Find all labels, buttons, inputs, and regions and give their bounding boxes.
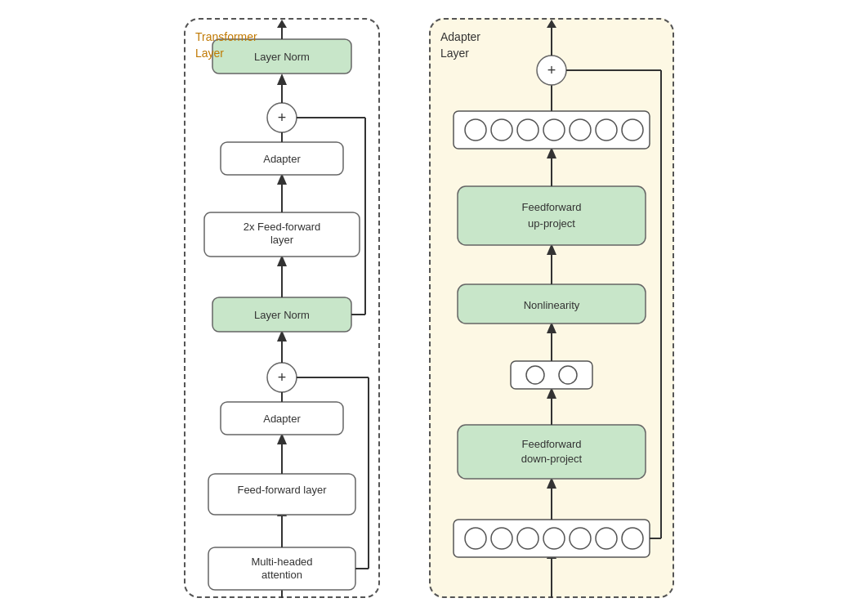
svg-marker-43: [277, 20, 287, 28]
svg-point-80: [570, 119, 591, 141]
svg-text:down-project: down-project: [521, 453, 583, 465]
svg-marker-39: [277, 74, 287, 85]
svg-text:+: +: [278, 369, 287, 386]
svg-text:Nonlinearity: Nonlinearity: [524, 299, 580, 311]
svg-text:Layer Norm: Layer Norm: [254, 51, 310, 63]
svg-text:layer: layer: [270, 234, 294, 246]
svg-point-78: [517, 119, 538, 141]
svg-point-63: [559, 366, 577, 384]
svg-point-52: [596, 528, 617, 549]
svg-point-82: [622, 119, 643, 141]
svg-point-51: [570, 528, 591, 549]
transformer-label: TransformerLayer: [195, 29, 257, 61]
svg-point-48: [491, 528, 512, 549]
svg-rect-70: [458, 186, 646, 245]
svg-text:2x Feed-forward: 2x Feed-forward: [244, 221, 321, 233]
svg-point-77: [491, 119, 512, 141]
svg-text:Feedforward: Feedforward: [522, 438, 582, 450]
svg-text:+: +: [278, 109, 287, 126]
svg-text:Feedforward: Feedforward: [522, 201, 582, 213]
svg-rect-56: [458, 425, 646, 479]
svg-text:Adapter: Adapter: [263, 413, 301, 425]
svg-marker-90: [547, 20, 556, 28]
svg-text:Layer Norm: Layer Norm: [254, 309, 310, 321]
svg-text:attention: attention: [261, 569, 302, 581]
svg-point-79: [543, 119, 565, 141]
svg-point-76: [465, 119, 486, 141]
svg-point-62: [526, 366, 544, 384]
svg-text:Adapter: Adapter: [263, 153, 301, 165]
svg-point-81: [596, 119, 617, 141]
svg-text:up-project: up-project: [528, 217, 575, 230]
svg-text:Multi-headed: Multi-headed: [251, 556, 312, 568]
svg-point-49: [517, 528, 538, 549]
svg-point-50: [543, 528, 565, 549]
svg-rect-61: [511, 361, 592, 389]
transformer-diagram: TransformerLayer Multi-headed attention …: [184, 18, 380, 598]
svg-text:+: +: [547, 62, 556, 78]
svg-point-53: [622, 528, 643, 549]
adapter-diagram: AdapterLayer Feedforward down-project: [429, 18, 674, 598]
svg-text:Feed-forward layer: Feed-forward layer: [237, 484, 327, 496]
svg-point-47: [465, 528, 486, 549]
main-container: TransformerLayer Multi-headed attention …: [184, 18, 674, 598]
adapter-label: AdapterLayer: [440, 29, 480, 61]
